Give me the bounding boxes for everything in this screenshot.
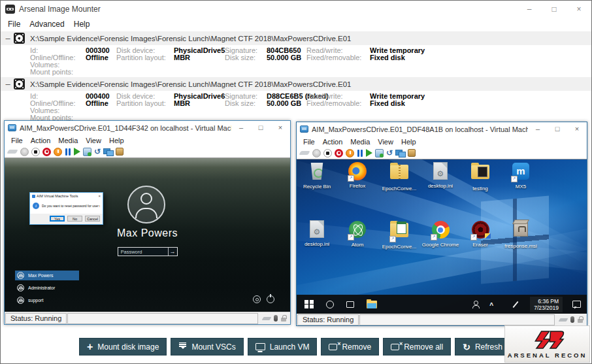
power-icon[interactable]	[267, 295, 274, 303]
close-button[interactable]: ×	[567, 1, 591, 18]
desktop-icon-atom[interactable]: Atom	[338, 220, 376, 248]
desktop-icon-label: MX5	[502, 184, 540, 190]
turn-off-icon[interactable]	[31, 148, 40, 156]
close-button[interactable]: ×	[271, 121, 290, 135]
menu-media[interactable]: Media	[346, 138, 374, 146]
revert-icon[interactable]: ↺	[386, 149, 393, 157]
menu-action[interactable]: Action	[27, 137, 55, 144]
user-list-item-support[interactable]: support	[15, 295, 79, 305]
turn-off-icon[interactable]	[323, 149, 332, 157]
user-list-item-administrator[interactable]: Administrator	[15, 283, 79, 293]
terminal-folder-icon	[471, 165, 489, 179]
remove-all-button[interactable]: × Remove all	[383, 338, 451, 356]
show-hidden-icons-chevron[interactable]: ^	[489, 303, 493, 309]
dialog-close-icon[interactable]: ×	[98, 194, 101, 198]
plus-icon: +	[87, 342, 93, 352]
user-list-item-max-powers[interactable]: Max Powers	[15, 271, 79, 280]
taskbar-clock[interactable]: 6:36 PM 7/23/2019	[530, 297, 563, 312]
collapse-toggle-icon[interactable]: –	[3, 33, 12, 43]
enhanced-session-icon[interactable]	[395, 149, 405, 157]
resume-icon[interactable]	[366, 149, 372, 157]
local-resources-icon[interactable]	[408, 149, 416, 157]
menu-media[interactable]: Media	[54, 137, 82, 144]
vm-right-screen[interactable]: Recycle Bin Firefox EpochConve... ⚙ desk…	[297, 159, 587, 314]
mount-vscs-button[interactable]: Mount VSCs	[171, 338, 243, 356]
yes-button[interactable]: Yes	[50, 216, 65, 222]
desktop-icon-recycle-bin[interactable]: Recycle Bin	[298, 161, 336, 190]
no-button[interactable]: No	[67, 216, 82, 222]
resume-icon[interactable]	[74, 148, 80, 156]
disk-entry-2-header[interactable]: – X:\Sample Evidence\Forensic Images\For…	[1, 77, 591, 91]
firefox-icon	[348, 162, 367, 180]
menu-help[interactable]: Help	[69, 20, 95, 29]
desktop-icon-epochconverter-xls[interactable]: EpochConve...	[380, 220, 418, 250]
atom-icon	[349, 221, 366, 238]
desktop-icon-eraser[interactable]: Eraser	[461, 220, 499, 248]
checkpoint-icon[interactable]	[375, 149, 384, 157]
menu-view[interactable]: View	[374, 138, 397, 146]
shut-down-icon[interactable]	[42, 148, 51, 156]
pause-icon[interactable]	[65, 148, 71, 156]
minimize-button[interactable]: –	[528, 122, 548, 136]
menu-file[interactable]: File	[299, 138, 319, 146]
start-disabled-icon	[20, 148, 29, 156]
cortana-icon[interactable]	[326, 301, 334, 308]
lock-status-icon	[281, 318, 286, 322]
disk-entry-1-header[interactable]: – X:\Sample Evidence\Forensic Images\For…	[1, 31, 591, 45]
submit-arrow-button[interactable]: →	[168, 248, 177, 256]
cancel-button[interactable]: Cancel	[85, 216, 100, 222]
menu-help[interactable]: Help	[397, 138, 420, 146]
launch-vm-button[interactable]: Launch VM	[248, 338, 318, 356]
task-view-icon[interactable]	[346, 301, 354, 308]
pause-icon[interactable]	[357, 149, 363, 157]
revert-icon[interactable]: ↺	[94, 148, 101, 156]
enhanced-session-icon[interactable]	[103, 148, 113, 156]
mount-disk-image-button[interactable]: + Mount disk image	[79, 338, 167, 356]
desktop-icon-firefox[interactable]: Firefox	[338, 161, 376, 189]
menu-help[interactable]: Help	[105, 137, 128, 144]
close-button[interactable]: ×	[567, 122, 587, 136]
password-input[interactable]	[118, 248, 168, 256]
minimize-button[interactable]: –	[231, 121, 251, 135]
menu-advanced[interactable]: Advanced	[25, 20, 69, 29]
checkpoint-icon[interactable]	[83, 148, 91, 156]
action-center-icon[interactable]	[572, 301, 581, 308]
maximize-button[interactable]: □	[542, 1, 567, 18]
ctrl-alt-del-icon[interactable]	[7, 150, 18, 154]
start-disabled-icon	[312, 149, 321, 157]
people-icon[interactable]	[472, 301, 480, 308]
shut-down-icon[interactable]	[335, 149, 343, 157]
value-partition-layout: MBR	[174, 99, 190, 107]
dialog-titlebar[interactable]: AIM Virtual Machine Tools ×	[30, 193, 103, 199]
start-button[interactable]	[304, 300, 314, 309]
desktop-icon-mx5[interactable]: m MX5	[502, 161, 540, 190]
button-label: Launch VM	[270, 342, 310, 352]
save-state-icon[interactable]	[346, 149, 354, 157]
desktop-icon-label: Firefox	[338, 183, 376, 189]
vm-left-screen[interactable]: AIM Virtual Machine Tools × i Do you wan…	[5, 158, 290, 312]
desktop-icon-fresponse-msi[interactable]: fresponse.msi	[502, 220, 540, 249]
menu-file[interactable]: File	[7, 137, 27, 144]
maximize-button[interactable]: □	[251, 121, 271, 135]
desktop-icon-testing[interactable]: testing	[461, 161, 499, 191]
menu-file[interactable]: File	[3, 20, 25, 29]
menu-view[interactable]: View	[82, 137, 105, 144]
save-state-icon[interactable]	[54, 148, 62, 156]
desktop-icon-desktop-ini[interactable]: ⚙ desktop.ini	[421, 161, 459, 189]
windows-ink-icon[interactable]	[513, 301, 519, 307]
minimize-button[interactable]: –	[517, 1, 542, 18]
ease-of-access-icon[interactable]	[253, 295, 261, 303]
local-resources-icon[interactable]	[116, 148, 123, 156]
desktop-icon-google-chrome[interactable]: Google Chrome	[421, 220, 459, 248]
ini-file-icon: ⚙	[433, 162, 448, 180]
menu-action[interactable]: Action	[319, 138, 347, 146]
desktop-icon-epochconverter-zip[interactable]: EpochConve...	[380, 161, 418, 191]
remove-button[interactable]: × Remove	[321, 338, 379, 356]
collapse-toggle-icon[interactable]: –	[3, 79, 12, 89]
file-explorer-icon[interactable]	[367, 301, 377, 308]
ctrl-alt-del-icon[interactable]	[299, 151, 310, 155]
maximize-button[interactable]: □	[548, 122, 567, 136]
desktop-icon-desktop-ini-2[interactable]: ⚙ desktop.ini	[298, 220, 336, 247]
refresh-button[interactable]: ↻ Refresh	[455, 338, 510, 356]
vmconnect-icon	[300, 125, 308, 133]
